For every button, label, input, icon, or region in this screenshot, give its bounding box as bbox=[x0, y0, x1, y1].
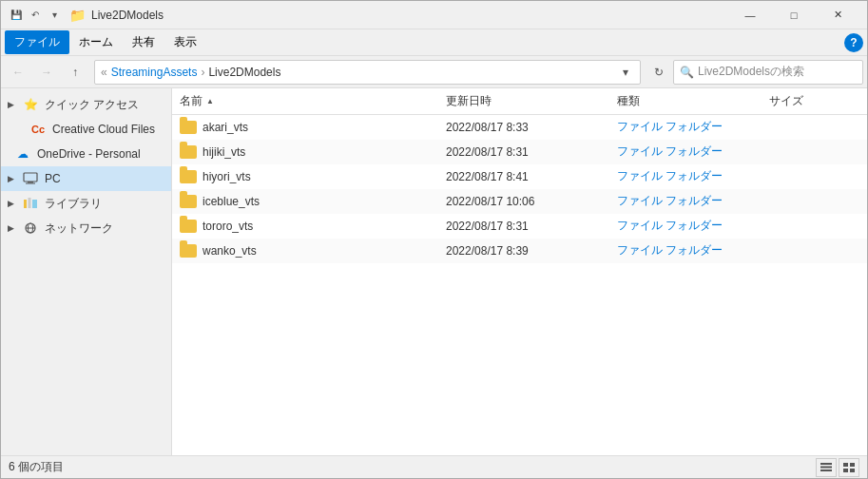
window-controls: — □ ✕ bbox=[728, 1, 859, 29]
svg-rect-13 bbox=[850, 463, 855, 467]
sidebar-item-onedrive[interactable]: ☁ OneDrive - Personal bbox=[1, 142, 171, 166]
nav-bar: ← → ↑ « StreamingAssets › Live2DModels ▾… bbox=[1, 56, 867, 88]
menu-view[interactable]: 表示 bbox=[164, 30, 206, 54]
menu-bar: ファイル ホーム 共有 表示 ? bbox=[1, 29, 867, 56]
help-button[interactable]: ? bbox=[844, 33, 863, 52]
menu-share[interactable]: 共有 bbox=[123, 30, 164, 54]
net-expand-icon: ▶ bbox=[5, 222, 16, 234]
table-row[interactable]: akari_vts 2022/08/17 8:33 ファイル フォルダー bbox=[172, 115, 867, 140]
status-item-count: 6 個の項目 bbox=[9, 459, 816, 475]
view-toggle-buttons bbox=[816, 458, 859, 477]
folder-icon bbox=[180, 121, 197, 134]
table-row[interactable]: wanko_vts 2022/08/17 8:39 ファイル フォルダー bbox=[172, 239, 867, 263]
breadcrumb-sep: › bbox=[201, 66, 204, 79]
menu-file[interactable]: ファイル bbox=[5, 30, 69, 54]
file-name: wanko_vts bbox=[180, 244, 446, 258]
svg-rect-0 bbox=[24, 173, 37, 182]
window-title: Live2DModels bbox=[91, 9, 728, 22]
up-button[interactable]: ↑ bbox=[62, 59, 88, 86]
quick-save-icon[interactable]: 💾 bbox=[9, 8, 24, 23]
file-name: hiyori_vts bbox=[180, 170, 446, 183]
close-button[interactable]: ✕ bbox=[816, 1, 859, 29]
sidebar-label-pc: PC bbox=[45, 172, 61, 185]
file-date: 2022/08/17 8:31 bbox=[446, 220, 617, 233]
file-list: akari_vts 2022/08/17 8:33 ファイル フォルダー hij… bbox=[172, 115, 867, 455]
expand-icon: ▶ bbox=[5, 99, 16, 110]
table-row[interactable]: iceblue_vts 2022/08/17 10:06 ファイル フォルダー bbox=[172, 189, 867, 214]
sidebar-label-creative-cloud: Creative Cloud Files bbox=[52, 123, 155, 136]
down-arrow-icon[interactable]: ▾ bbox=[47, 8, 62, 23]
svg-rect-12 bbox=[843, 463, 848, 467]
pc-expand-icon: ▶ bbox=[5, 173, 16, 184]
file-type[interactable]: ファイル フォルダー bbox=[617, 193, 769, 209]
network-icon bbox=[22, 220, 39, 237]
file-type[interactable]: ファイル フォルダー bbox=[617, 218, 769, 234]
library-icon bbox=[22, 195, 39, 212]
file-name: tororo_vts bbox=[180, 220, 446, 233]
folder-icon bbox=[180, 220, 197, 233]
svg-rect-2 bbox=[26, 183, 35, 184]
address-dropdown-button[interactable]: ▾ bbox=[617, 64, 634, 81]
folder-icon bbox=[180, 195, 197, 208]
maximize-button[interactable]: □ bbox=[772, 1, 816, 29]
menu-home[interactable]: ホーム bbox=[69, 30, 123, 54]
title-bar-quick-icons: 💾 ↶ ▾ bbox=[9, 8, 62, 23]
status-bar: 6 個の項目 bbox=[1, 455, 867, 478]
breadcrumb: « StreamingAssets › Live2DModels bbox=[101, 66, 613, 79]
svg-rect-1 bbox=[28, 182, 33, 183]
file-list-header: 名前 ▲ 更新日時 種類 サイズ bbox=[172, 88, 867, 115]
address-bar[interactable]: « StreamingAssets › Live2DModels ▾ bbox=[94, 60, 641, 85]
cloud-icon: ☁ bbox=[14, 145, 31, 163]
pc-icon bbox=[22, 170, 39, 187]
table-row[interactable]: hiyori_vts 2022/08/17 8:41 ファイル フォルダー bbox=[172, 164, 867, 189]
search-placeholder: Live2DModelsの検索 bbox=[698, 64, 804, 80]
search-icon: 🔍 bbox=[680, 66, 694, 79]
table-row[interactable]: hijiki_vts 2022/08/17 8:31 ファイル フォルダー bbox=[172, 140, 867, 164]
back-button[interactable]: ← bbox=[5, 59, 31, 86]
sidebar-item-quick-access[interactable]: ▶ ⭐ クイック アクセス bbox=[1, 92, 171, 117]
sidebar: ▶ ⭐ クイック アクセス Cc Creative Cloud Files ☁ … bbox=[1, 88, 172, 455]
sidebar-label-library: ライブラリ bbox=[45, 196, 102, 212]
forward-button[interactable]: → bbox=[33, 59, 60, 86]
details-view-button[interactable] bbox=[816, 458, 837, 477]
tiles-view-button[interactable] bbox=[839, 458, 859, 477]
star-icon: ⭐ bbox=[22, 96, 39, 113]
column-size[interactable]: サイズ bbox=[769, 93, 859, 109]
file-type[interactable]: ファイル フォルダー bbox=[617, 168, 769, 184]
svg-rect-5 bbox=[32, 200, 37, 208]
file-date: 2022/08/17 10:06 bbox=[446, 195, 617, 208]
sidebar-label-onedrive: OneDrive - Personal bbox=[37, 147, 141, 161]
undo-icon[interactable]: ↶ bbox=[28, 8, 43, 23]
refresh-button[interactable]: ↻ bbox=[646, 60, 671, 85]
sidebar-item-pc[interactable]: ▶ PC bbox=[1, 166, 171, 191]
file-date: 2022/08/17 8:39 bbox=[446, 244, 617, 258]
double-chevron-icon: « bbox=[101, 66, 107, 79]
svg-rect-14 bbox=[843, 469, 848, 472]
sort-arrow-icon: ▲ bbox=[206, 97, 214, 105]
svg-rect-15 bbox=[850, 469, 855, 472]
file-type[interactable]: ファイル フォルダー bbox=[617, 119, 769, 135]
column-type[interactable]: 種類 bbox=[617, 93, 769, 109]
main-area: ▶ ⭐ クイック アクセス Cc Creative Cloud Files ☁ … bbox=[1, 88, 867, 455]
table-row[interactable]: tororo_vts 2022/08/17 8:31 ファイル フォルダー bbox=[172, 214, 867, 239]
sidebar-item-creative-cloud[interactable]: Cc Creative Cloud Files bbox=[1, 117, 171, 142]
sidebar-label-network: ネットワーク bbox=[45, 220, 113, 237]
sidebar-item-library[interactable]: ▶ ライブラリ bbox=[1, 191, 171, 216]
breadcrumb-parent[interactable]: StreamingAssets bbox=[111, 66, 198, 79]
column-name[interactable]: 名前 ▲ bbox=[180, 93, 446, 109]
sidebar-item-network[interactable]: ▶ ネットワーク bbox=[1, 216, 171, 240]
folder-icon bbox=[180, 145, 197, 159]
file-name: iceblue_vts bbox=[180, 195, 446, 208]
minimize-button[interactable]: — bbox=[728, 1, 772, 29]
sidebar-label-quick-access: クイック アクセス bbox=[45, 97, 139, 113]
folder-icon: 📁 bbox=[69, 8, 86, 23]
column-date[interactable]: 更新日時 bbox=[446, 93, 617, 109]
file-area: 名前 ▲ 更新日時 種類 サイズ akari_vts 2022/08/17 8:… bbox=[172, 88, 867, 455]
svg-rect-9 bbox=[820, 463, 832, 465]
file-type[interactable]: ファイル フォルダー bbox=[617, 242, 769, 259]
search-bar[interactable]: 🔍 Live2DModelsの検索 bbox=[673, 60, 863, 85]
file-type[interactable]: ファイル フォルダー bbox=[617, 144, 769, 160]
file-date: 2022/08/17 8:31 bbox=[446, 145, 617, 159]
svg-rect-10 bbox=[820, 466, 832, 468]
svg-rect-11 bbox=[820, 469, 832, 471]
